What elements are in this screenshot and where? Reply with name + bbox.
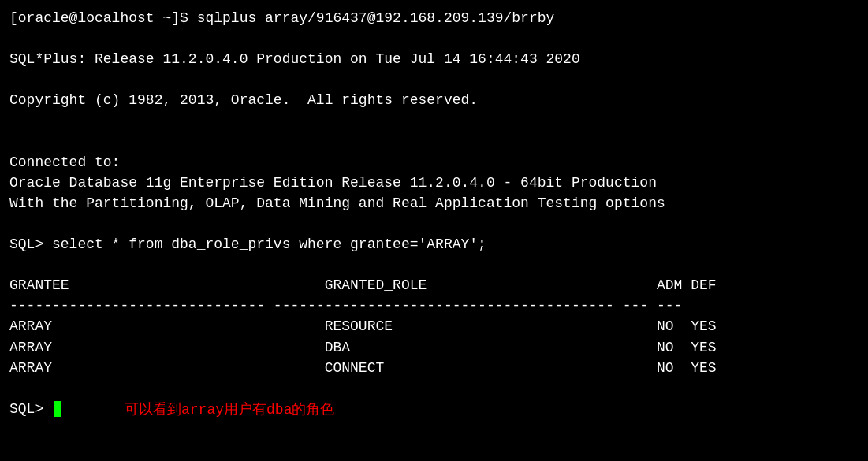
with-options-line: With the Partitioning, OLAP, Data Mining… (9, 193, 859, 214)
table-header-line: GRANTEE GRANTED_ROLE ADM DEF (9, 275, 859, 296)
empty-line-7 (9, 378, 859, 399)
terminal-window: [oracle@localhost ~]$ sqlplus array/9164… (0, 0, 868, 461)
empty-line-5 (9, 214, 859, 234)
sql-prompt-line: SQL> 可以看到array用户有dba的角色 (9, 399, 859, 419)
table-row-2: ARRAY DBA NO YES (9, 337, 859, 358)
empty-line-2 (9, 69, 859, 90)
sql-prompt-text: SQL> (9, 399, 52, 419)
connected-to-line: Connected to: (9, 152, 859, 173)
sqlplus-version-line: SQL*Plus: Release 11.2.0.4.0 Production … (9, 49, 859, 69)
annotation-text: 可以看到array用户有dba的角色 (125, 400, 334, 418)
terminal-cursor (54, 401, 61, 417)
table-row-1: ARRAY RESOURCE NO YES (9, 316, 859, 336)
sql-query-line: SQL> select * from dba_role_privs where … (9, 234, 859, 255)
oracle-db-line: Oracle Database 11g Enterprise Edition R… (9, 173, 859, 193)
table-row-3: ARRAY CONNECT NO YES (9, 358, 859, 378)
copyright-line: Copyright (c) 1982, 2013, Oracle. All ri… (9, 90, 859, 110)
empty-line-4 (9, 132, 859, 152)
command-line: [oracle@localhost ~]$ sqlplus array/9164… (9, 8, 859, 28)
empty-line-6 (9, 255, 859, 275)
empty-line-1 (9, 28, 859, 49)
empty-line-3 (9, 110, 859, 131)
table-separator-line: ------------------------------ ---------… (9, 296, 859, 316)
